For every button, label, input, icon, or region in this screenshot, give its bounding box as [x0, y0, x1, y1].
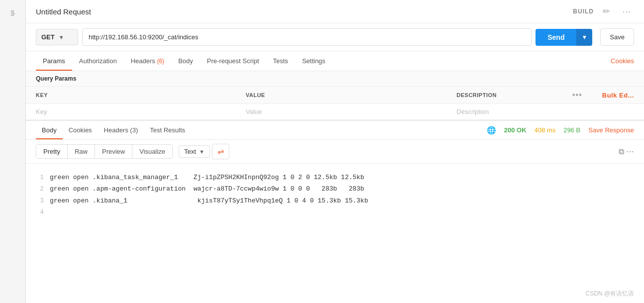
- text-type-label: Text: [184, 148, 196, 155]
- tab-headers[interactable]: Headers (6): [124, 51, 171, 71]
- sidebar-label: sh: [10, 10, 16, 16]
- response-section: Body Cookies Headers (3) Test Results 🌐 …: [26, 120, 644, 226]
- tab-settings[interactable]: Settings: [295, 51, 332, 71]
- status-ok: 200 OK: [504, 126, 527, 134]
- send-button[interactable]: Send: [536, 29, 576, 46]
- response-tab-headers[interactable]: Headers (3): [98, 121, 144, 139]
- request-tabs-bar: Params Authorization Headers (6) Body Pr…: [26, 51, 644, 71]
- status-time: 408 ms: [535, 126, 556, 134]
- table-more-icon[interactable]: •••: [572, 91, 582, 99]
- line-num-2: 2: [36, 183, 44, 195]
- line-content-1: green open .kibana_task_manager_1 Zj-i1p…: [50, 172, 364, 183]
- line-row-1: 1 green open .kibana_task_manager_1 Zj-i…: [36, 172, 634, 183]
- col-value: VALUE: [236, 87, 447, 104]
- copy-icon-button[interactable]: ⧉: [619, 147, 624, 156]
- globe-icon: 🌐: [487, 126, 496, 135]
- url-bar: GET ▼ Send ▼ Save: [26, 23, 644, 51]
- format-pretty-button[interactable]: Pretty: [36, 145, 68, 158]
- main-content: Untitled Request BUILD ✏ ⋯ GET ▼ Send ▼ …: [26, 0, 644, 226]
- table-row-empty: Key Value Description: [26, 104, 644, 120]
- tab-authorization[interactable]: Authorization: [72, 51, 124, 71]
- watermark: CSDN @有语忆语: [585, 290, 634, 298]
- line-num-1: 1: [36, 172, 44, 183]
- col-bulk-edit: Bulk Ed...: [592, 87, 644, 104]
- text-type-chevron-icon: ▼: [199, 149, 205, 155]
- app-container: sh Untitled Request BUILD ✏ ⋯ GET ▼ Send…: [0, 0, 644, 303]
- response-tab-cookies[interactable]: Cookies: [63, 121, 98, 139]
- format-visualize-button[interactable]: Visualize: [132, 145, 172, 158]
- url-input[interactable]: [82, 28, 532, 46]
- line-content-3: green open .kibana_1 kjisT87yTSy1TheVhpq…: [50, 195, 368, 206]
- format-group: Pretty Raw Preview Visualize: [36, 144, 173, 159]
- tab-body[interactable]: Body: [171, 51, 200, 71]
- col-actions: •••: [562, 87, 592, 104]
- line-row-2: 2 green open .apm-agent-configuration wa…: [36, 183, 634, 195]
- send-btn-group: Send ▼: [536, 29, 592, 46]
- headers-badge: (6): [157, 58, 164, 65]
- line-content-2: green open .apm-agent-configuration wajc…: [50, 183, 364, 195]
- build-label: BUILD: [573, 8, 594, 15]
- col-description: DESCRIPTION: [446, 87, 562, 104]
- response-tab-test-results[interactable]: Test Results: [144, 121, 191, 139]
- edit-icon-button[interactable]: ✏: [600, 5, 613, 18]
- format-preview-button[interactable]: Preview: [95, 145, 132, 158]
- method-label: GET: [41, 33, 55, 41]
- response-status-bar: 🌐 200 OK 408 ms 296 B Save Response: [487, 126, 634, 135]
- status-size: 296 B: [563, 126, 580, 134]
- top-bar: Untitled Request BUILD ✏ ⋯: [26, 0, 644, 23]
- save-button[interactable]: Save: [600, 28, 634, 46]
- response-body: 1 green open .kibana_task_manager_1 Zj-i…: [26, 164, 644, 226]
- params-table: KEY VALUE DESCRIPTION ••• Bulk Ed... Key…: [26, 87, 644, 120]
- top-bar-actions: BUILD ✏ ⋯: [573, 5, 634, 18]
- format-raw-button[interactable]: Raw: [68, 145, 95, 158]
- col-key: KEY: [26, 87, 236, 104]
- response-tab-body[interactable]: Body: [36, 121, 63, 139]
- wrap-icon-button[interactable]: ⇌: [212, 144, 229, 159]
- bulk-edit-link[interactable]: Bulk Ed...: [602, 92, 634, 99]
- value-placeholder[interactable]: Value: [246, 108, 262, 115]
- method-chevron-icon: ▼: [59, 34, 64, 40]
- send-dropdown-button[interactable]: ▼: [576, 29, 592, 46]
- save-response-link[interactable]: Save Response: [588, 126, 634, 134]
- key-placeholder[interactable]: Key: [36, 108, 47, 115]
- tab-tests[interactable]: Tests: [266, 51, 295, 71]
- format-bar: Pretty Raw Preview Visualize Text ▼ ⇌ ⧉ …: [26, 140, 644, 164]
- method-select[interactable]: GET ▼: [36, 29, 78, 45]
- tab-params[interactable]: Params: [36, 51, 72, 71]
- line-row-3: 3 green open .kibana_1 kjisT87yTSy1TheVh…: [36, 195, 634, 206]
- text-type-select[interactable]: Text ▼: [179, 145, 210, 158]
- response-tabs-bar: Body Cookies Headers (3) Test Results 🌐 …: [26, 121, 644, 140]
- tab-cookies[interactable]: Cookies: [604, 51, 634, 71]
- description-placeholder[interactable]: Description: [456, 108, 489, 115]
- request-title: Untitled Request: [36, 7, 91, 16]
- more-icon-button[interactable]: ⋯: [619, 5, 634, 18]
- left-sidebar: sh: [0, 0, 26, 303]
- line-num-3: 3: [36, 195, 44, 206]
- tab-pre-request-script[interactable]: Pre-request Script: [200, 51, 266, 71]
- line-row-4: 4: [36, 206, 634, 218]
- query-params-header: Query Params: [26, 71, 644, 87]
- more-response-button[interactable]: ⋯: [626, 147, 634, 156]
- line-num-4: 4: [36, 206, 44, 218]
